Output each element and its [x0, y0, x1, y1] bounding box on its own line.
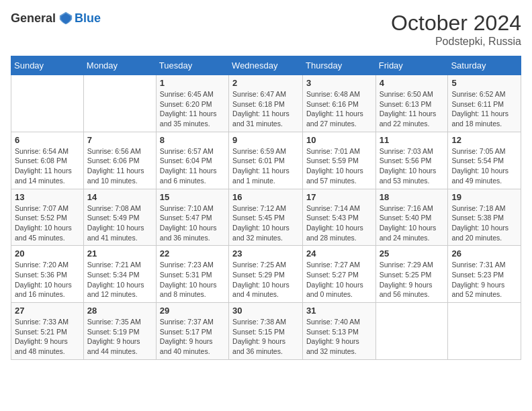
day-number: 11	[380, 135, 445, 145]
calendar-cell: 16Sunrise: 7:12 AM Sunset: 5:45 PM Dayli…	[229, 189, 303, 246]
day-info: Sunrise: 7:01 AM Sunset: 5:59 PM Dayligh…	[306, 146, 372, 186]
day-info: Sunrise: 7:08 AM Sunset: 5:49 PM Dayligh…	[87, 203, 152, 243]
calendar-cell: 19Sunrise: 7:18 AM Sunset: 5:38 PM Dayli…	[448, 189, 521, 246]
day-number: 26	[451, 248, 517, 259]
day-info: Sunrise: 7:20 AM Sunset: 5:36 PM Dayligh…	[15, 260, 80, 300]
day-number: 17	[306, 192, 372, 202]
day-number: 6	[15, 135, 80, 145]
calendar-week-2: 6Sunrise: 6:54 AM Sunset: 6:08 PM Daylig…	[11, 132, 521, 189]
calendar-cell: 13Sunrise: 7:07 AM Sunset: 5:52 PM Dayli…	[11, 189, 84, 246]
day-number: 10	[306, 135, 372, 145]
day-info: Sunrise: 6:47 AM Sunset: 6:18 PM Dayligh…	[232, 89, 299, 129]
weekday-header-tuesday: Tuesday	[156, 56, 228, 75]
day-info: Sunrise: 7:14 AM Sunset: 5:43 PM Dayligh…	[306, 203, 372, 243]
page-header: General Blue October 2024 Podstepki, Rus…	[11, 11, 521, 48]
day-number: 13	[15, 192, 80, 202]
month-title: October 2024	[391, 11, 521, 36]
day-number: 4	[380, 78, 445, 88]
day-number: 25	[380, 248, 445, 259]
location-title: Podstepki, Russia	[391, 36, 521, 48]
calendar-cell: 3Sunrise: 6:48 AM Sunset: 6:16 PM Daylig…	[303, 75, 376, 132]
calendar-table: SundayMondayTuesdayWednesdayThursdayFrid…	[11, 56, 521, 360]
day-info: Sunrise: 7:25 AM Sunset: 5:29 PM Dayligh…	[232, 260, 299, 300]
calendar-cell: 31Sunrise: 7:40 AM Sunset: 5:13 PM Dayli…	[303, 303, 376, 360]
day-info: Sunrise: 6:56 AM Sunset: 6:06 PM Dayligh…	[87, 146, 152, 186]
weekday-header-saturday: Saturday	[448, 56, 521, 75]
day-number: 15	[160, 192, 225, 202]
day-info: Sunrise: 6:48 AM Sunset: 6:16 PM Dayligh…	[306, 89, 372, 129]
calendar-cell: 20Sunrise: 7:20 AM Sunset: 5:36 PM Dayli…	[11, 246, 84, 303]
day-info: Sunrise: 7:35 AM Sunset: 5:19 PM Dayligh…	[87, 317, 152, 357]
calendar-cell: 9Sunrise: 6:59 AM Sunset: 6:01 PM Daylig…	[229, 132, 303, 189]
title-block: October 2024 Podstepki, Russia	[391, 11, 521, 48]
day-info: Sunrise: 7:23 AM Sunset: 5:31 PM Dayligh…	[160, 260, 225, 300]
calendar-cell: 25Sunrise: 7:29 AM Sunset: 5:25 PM Dayli…	[375, 246, 448, 303]
day-info: Sunrise: 7:40 AM Sunset: 5:13 PM Dayligh…	[306, 317, 372, 357]
calendar-cell	[83, 75, 156, 132]
day-number: 5	[451, 78, 517, 88]
day-info: Sunrise: 7:16 AM Sunset: 5:40 PM Dayligh…	[380, 203, 445, 243]
day-number: 31	[306, 306, 372, 316]
weekday-header-wednesday: Wednesday	[229, 56, 303, 75]
day-number: 8	[160, 135, 225, 145]
calendar-cell: 15Sunrise: 7:10 AM Sunset: 5:47 PM Dayli…	[156, 189, 228, 246]
calendar-cell: 23Sunrise: 7:25 AM Sunset: 5:29 PM Dayli…	[229, 246, 303, 303]
logo-general: General	[11, 11, 56, 26]
day-info: Sunrise: 7:27 AM Sunset: 5:27 PM Dayligh…	[306, 260, 372, 300]
calendar-body: 1Sunrise: 6:45 AM Sunset: 6:20 PM Daylig…	[11, 75, 521, 360]
day-number: 19	[451, 192, 517, 202]
calendar-cell: 7Sunrise: 6:56 AM Sunset: 6:06 PM Daylig…	[83, 132, 156, 189]
calendar-cell: 11Sunrise: 7:03 AM Sunset: 5:56 PM Dayli…	[375, 132, 448, 189]
weekday-header-sunday: Sunday	[11, 56, 84, 75]
day-info: Sunrise: 6:57 AM Sunset: 6:04 PM Dayligh…	[160, 146, 225, 186]
calendar-week-5: 27Sunrise: 7:33 AM Sunset: 5:21 PM Dayli…	[11, 303, 521, 360]
weekday-header-row: SundayMondayTuesdayWednesdayThursdayFrid…	[11, 56, 521, 75]
day-number: 28	[87, 306, 152, 316]
weekday-header-friday: Friday	[375, 56, 448, 75]
calendar-cell	[375, 303, 448, 360]
calendar-cell: 22Sunrise: 7:23 AM Sunset: 5:31 PM Dayli…	[156, 246, 228, 303]
calendar-cell: 24Sunrise: 7:27 AM Sunset: 5:27 PM Dayli…	[303, 246, 376, 303]
day-info: Sunrise: 6:45 AM Sunset: 6:20 PM Dayligh…	[160, 89, 225, 129]
calendar-cell: 10Sunrise: 7:01 AM Sunset: 5:59 PM Dayli…	[303, 132, 376, 189]
day-number: 20	[15, 248, 80, 259]
calendar-cell: 14Sunrise: 7:08 AM Sunset: 5:49 PM Dayli…	[83, 189, 156, 246]
day-info: Sunrise: 7:07 AM Sunset: 5:52 PM Dayligh…	[15, 203, 80, 243]
calendar-cell	[11, 75, 84, 132]
day-number: 27	[15, 306, 80, 316]
weekday-header-thursday: Thursday	[303, 56, 376, 75]
logo-icon	[58, 11, 73, 26]
day-number: 9	[232, 135, 299, 145]
day-number: 7	[87, 135, 152, 145]
day-info: Sunrise: 7:37 AM Sunset: 5:17 PM Dayligh…	[160, 317, 225, 357]
day-number: 21	[87, 248, 152, 259]
day-number: 22	[160, 248, 225, 259]
calendar-cell: 2Sunrise: 6:47 AM Sunset: 6:18 PM Daylig…	[229, 75, 303, 132]
calendar-week-1: 1Sunrise: 6:45 AM Sunset: 6:20 PM Daylig…	[11, 75, 521, 132]
day-info: Sunrise: 6:54 AM Sunset: 6:08 PM Dayligh…	[15, 146, 80, 186]
day-info: Sunrise: 7:10 AM Sunset: 5:47 PM Dayligh…	[160, 203, 225, 243]
calendar-cell: 4Sunrise: 6:50 AM Sunset: 6:13 PM Daylig…	[375, 75, 448, 132]
day-info: Sunrise: 7:05 AM Sunset: 5:54 PM Dayligh…	[451, 146, 517, 186]
calendar-cell: 26Sunrise: 7:31 AM Sunset: 5:23 PM Dayli…	[448, 246, 521, 303]
day-number: 12	[451, 135, 517, 145]
day-info: Sunrise: 7:29 AM Sunset: 5:25 PM Dayligh…	[380, 260, 445, 300]
calendar-cell: 17Sunrise: 7:14 AM Sunset: 5:43 PM Dayli…	[303, 189, 376, 246]
calendar-header: SundayMondayTuesdayWednesdayThursdayFrid…	[11, 56, 521, 75]
day-number: 29	[160, 306, 225, 316]
calendar-cell: 8Sunrise: 6:57 AM Sunset: 6:04 PM Daylig…	[156, 132, 228, 189]
calendar-cell: 21Sunrise: 7:21 AM Sunset: 5:34 PM Dayli…	[83, 246, 156, 303]
calendar-cell: 29Sunrise: 7:37 AM Sunset: 5:17 PM Dayli…	[156, 303, 228, 360]
calendar-cell: 12Sunrise: 7:05 AM Sunset: 5:54 PM Dayli…	[448, 132, 521, 189]
day-info: Sunrise: 6:59 AM Sunset: 6:01 PM Dayligh…	[232, 146, 299, 186]
calendar-cell: 28Sunrise: 7:35 AM Sunset: 5:19 PM Dayli…	[83, 303, 156, 360]
calendar-cell: 6Sunrise: 6:54 AM Sunset: 6:08 PM Daylig…	[11, 132, 84, 189]
day-number: 16	[232, 192, 299, 202]
day-info: Sunrise: 7:18 AM Sunset: 5:38 PM Dayligh…	[451, 203, 517, 243]
day-number: 3	[306, 78, 372, 88]
day-info: Sunrise: 7:38 AM Sunset: 5:15 PM Dayligh…	[232, 317, 299, 357]
day-info: Sunrise: 7:33 AM Sunset: 5:21 PM Dayligh…	[15, 317, 80, 357]
logo-blue: Blue	[75, 11, 101, 26]
day-number: 14	[87, 192, 152, 202]
day-info: Sunrise: 7:03 AM Sunset: 5:56 PM Dayligh…	[380, 146, 445, 186]
